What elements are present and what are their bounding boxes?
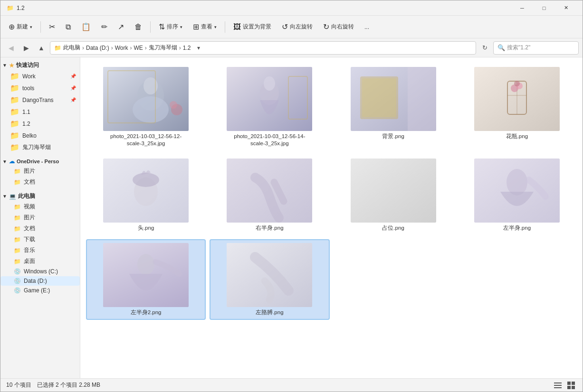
close-button[interactable]: ✕ (555, 0, 577, 16)
quick-access-header[interactable]: ▼ ★ 快速访问 (0, 59, 80, 70)
setbg-button[interactable]: 🖼 设置为背景 (229, 19, 276, 36)
share-button[interactable]: ↗ (114, 19, 128, 36)
file-item-3[interactable]: 背景.png (334, 63, 453, 151)
star-icon: ★ (9, 62, 14, 69)
sidebar-item-11[interactable]: 📁 1.1 (0, 106, 80, 118)
sidebar-item-game-e[interactable]: 💿 Game (E:) (0, 286, 80, 295)
delete-button[interactable]: 🗑 (130, 19, 146, 36)
svg-rect-15 (408, 67, 436, 131)
sidebar-item-12[interactable]: 📁 1.2 (0, 118, 80, 130)
quick-access-label: 快速访问 (16, 61, 39, 69)
file-name: photo_2021-10-03_12-56-12-scale-3_25x.jp… (103, 133, 189, 147)
file-item-5[interactable]: 头.png (86, 155, 206, 235)
view-button[interactable]: ⊞ 查看 ▾ (189, 19, 221, 36)
file-item-9[interactable]: 左半身2.png (86, 239, 206, 320)
sidebar-item-images[interactable]: 📁 图片 (0, 212, 80, 223)
sidebar-item-pictures[interactable]: 📁 图片 (0, 166, 80, 177)
svg-rect-27 (351, 159, 436, 223)
title-bar-controls: ─ □ ✕ (511, 0, 577, 16)
cut-button[interactable]: ✂ (45, 19, 59, 36)
thispc-header[interactable]: ▼ 💻 此电脑 (0, 190, 80, 201)
rotate-left-button[interactable]: ↺ 向左旋转 (277, 19, 317, 36)
pin-icon: 📌 (70, 85, 76, 91)
list-view-button[interactable] (552, 380, 564, 391)
file-item-2[interactable]: photo_2021-10-03_12-56-14-scale-3_25x.jp… (210, 63, 329, 151)
minimize-button[interactable]: ─ (511, 0, 533, 16)
file-thumbnail (227, 159, 312, 223)
thispc-arrow: ▼ (2, 194, 7, 199)
file-name: 占位.png (382, 224, 404, 232)
sidebar-item-label: 桌面 (24, 257, 35, 265)
sidebar-item-desktop[interactable]: 📁 桌面 (0, 256, 80, 267)
svg-rect-34 (554, 385, 562, 386)
address-path[interactable]: 📁 此电脑 › Data (D:) › Work › WE › 鬼刀海琴烟 › … (50, 41, 476, 55)
sidebar-item-guidao[interactable]: 📁 鬼刀海琴烟 (0, 141, 80, 153)
folder-icon: 📁 (10, 119, 19, 128)
separator-3 (225, 21, 225, 33)
path-part-5[interactable]: 1.2 (183, 45, 191, 51)
path-part-0[interactable]: 此电脑 (63, 44, 80, 52)
file-item-1[interactable]: photo_2021-10-03_12-56-12-scale-3_25x.jp… (86, 63, 206, 151)
sidebar-item-windows-c[interactable]: 💿 Windows (C:) (0, 267, 80, 276)
file-thumbnail (227, 243, 312, 307)
new-button[interactable]: ⊕ 新建 ▾ (4, 19, 37, 36)
sidebar-item-tools[interactable]: 📁 tools 📌 (0, 82, 80, 94)
path-part-2[interactable]: Work (115, 45, 128, 51)
sidebar-item-dango[interactable]: 📁 DangoTrans 📌 (0, 94, 80, 106)
paste-button[interactable]: 📋 (77, 19, 95, 36)
file-item-7[interactable]: 占位.png (334, 155, 453, 235)
file-name: 左胳膊.png (256, 309, 283, 316)
sidebar-item-label: tools (22, 85, 34, 92)
sidebar-item-label: 鬼刀海琴烟 (22, 143, 51, 151)
toolbar: ⊕ 新建 ▾ ✂ ⧉ 📋 ✏ ↗ 🗑 ⇅ 排序 ▾ ⊞ 查看 ▾ 🖼 设置为背景… (0, 16, 583, 38)
sidebar-item-label: 视频 (24, 203, 35, 211)
back-button[interactable]: ◀ (4, 41, 18, 55)
file-item-8[interactable]: 左半身.png (457, 155, 577, 235)
sidebar: ▼ ★ 快速访问 📁 Work 📌 📁 tools 📌 📁 DangoTrans… (0, 57, 80, 378)
new-label: 新建 (17, 23, 28, 31)
sidebar-item-data-d[interactable]: 💿 Data (D:) (0, 276, 80, 286)
refresh-button[interactable]: ↻ (478, 41, 491, 55)
file-thumbnail (103, 67, 189, 131)
separator-1 (40, 21, 41, 33)
search-box[interactable]: 🔍 搜索"1.2" (493, 41, 579, 55)
copy-button[interactable]: ⧉ (61, 19, 75, 36)
new-icon: ⊕ (9, 23, 15, 31)
sidebar-item-label: DangoTrans (22, 97, 54, 103)
onedrive-header[interactable]: ▼ ☁ OneDrive - Perso (0, 156, 80, 166)
sidebar-item-docs[interactable]: 📁 文档 (0, 223, 80, 234)
forward-button[interactable]: ▶ (19, 41, 33, 55)
onedrive-label: OneDrive - Perso (17, 159, 59, 164)
file-item-4[interactable]: 花瓶.png (457, 63, 577, 151)
sort-button[interactable]: ⇅ 排序 ▾ (154, 19, 187, 36)
path-part-3[interactable]: WE (134, 45, 143, 51)
sidebar-item-documents[interactable]: 📁 文档 (0, 177, 80, 187)
sidebar-item-work[interactable]: 📁 Work 📌 (0, 70, 80, 82)
rotate-right-button[interactable]: ↻ 向右旋转 (319, 19, 358, 36)
sidebar-item-belko[interactable]: 📁 Belko (0, 130, 80, 141)
folder-icon: 📁 (14, 179, 21, 186)
sidebar-item-downloads[interactable]: 📁 下载 (0, 234, 80, 245)
sidebar-item-label: 图片 (24, 167, 35, 175)
folder-icon: 📁 (14, 236, 21, 243)
sidebar-item-music[interactable]: 📁 音乐 (0, 245, 80, 256)
file-name: 右半身.png (256, 224, 283, 232)
up-button[interactable]: ▲ (35, 41, 48, 55)
address-dropdown[interactable]: ▾ (193, 41, 204, 55)
maximize-button[interactable]: □ (533, 0, 555, 16)
svg-rect-35 (554, 387, 562, 388)
svg-rect-14 (362, 78, 396, 117)
path-part-1[interactable]: Data (D:) (86, 45, 109, 51)
rename-button[interactable]: ✏ (97, 19, 112, 36)
file-item-10[interactable]: 左胳膊.png (210, 239, 329, 320)
sort-chevron: ▾ (180, 25, 182, 29)
more-button[interactable]: ... (360, 19, 373, 36)
sidebar-item-video[interactable]: 📁 视频 (0, 201, 80, 212)
file-thumbnail (103, 159, 189, 223)
grid-view-button[interactable] (565, 380, 577, 391)
file-thumbnail (474, 67, 560, 131)
drive-icon: 💿 (14, 278, 21, 284)
file-item-6[interactable]: 右半身.png (210, 155, 329, 235)
sidebar-item-label: 图片 (24, 214, 35, 222)
path-part-4[interactable]: 鬼刀海琴烟 (149, 44, 177, 52)
